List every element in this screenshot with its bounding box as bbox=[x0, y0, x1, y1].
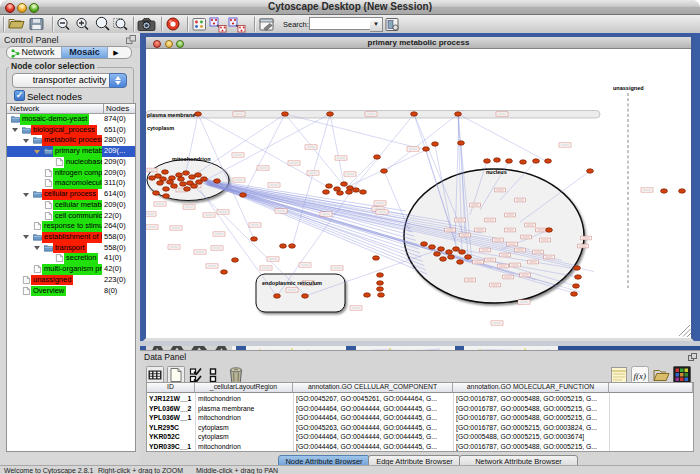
svg-text:mitochondrion: mitochondrion bbox=[172, 156, 211, 162]
svg-text:endoplasmic reticulum: endoplasmic reticulum bbox=[262, 280, 322, 286]
svg-text:plasma membrane: plasma membrane bbox=[147, 112, 195, 118]
svg-text:unassigned: unassigned bbox=[613, 85, 644, 91]
svg-text:cytoplasm: cytoplasm bbox=[147, 125, 174, 131]
svg-text:f(x): f(x) bbox=[634, 371, 647, 381]
svg-text:nucleus: nucleus bbox=[486, 169, 507, 175]
